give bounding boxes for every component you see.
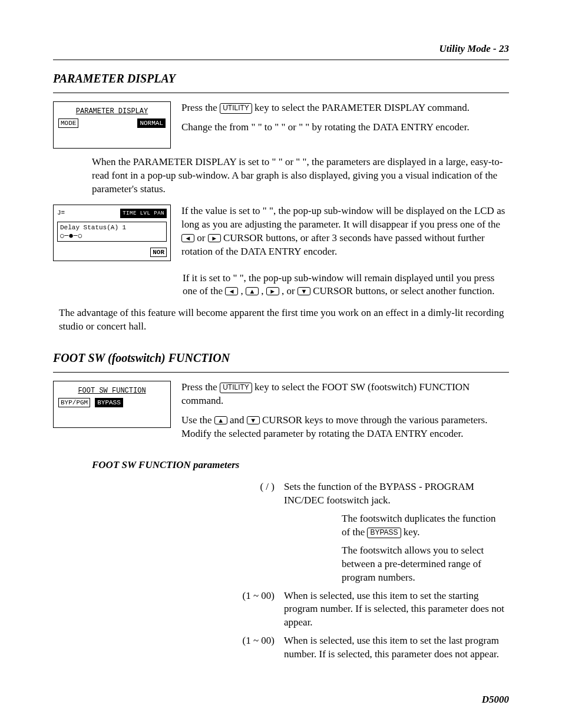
lcd-mini-top: J= TIME LVL PAN: [57, 209, 167, 218]
param-name: [92, 542, 279, 587]
param-name: (1 ~ 00): [92, 587, 279, 633]
param-desc: The footswitch allows you to select betw…: [279, 542, 509, 587]
text: , or: [282, 285, 297, 297]
param-desc: When is selected, use this item to set t…: [279, 587, 509, 633]
section-rule: [53, 372, 509, 373]
param-display-para6: The advantage of this feature will becom…: [59, 307, 509, 334]
param-name: [92, 510, 279, 542]
footsw-text1: Press the UTILITY key to select the FOOT…: [181, 381, 509, 447]
lcd-title: PARAMETER DISPLAY: [58, 107, 166, 116]
text: If the value is set to " ", the pop-up s…: [181, 205, 505, 230]
lcd-mode-row: MODE NORMAL: [58, 118, 166, 128]
lcd-footsw: FOOT SW FUNCTION BYP/PGM BYPASS: [53, 381, 171, 428]
text: Press the: [181, 102, 220, 113]
param-desc: When is selected, use this item to set t…: [279, 632, 509, 664]
bypass-keycap: BYPASS: [367, 528, 401, 538]
lcd-mode-value: NORMAL: [137, 118, 166, 128]
lcd-nor: NOR: [150, 248, 167, 257]
cursor-up-icon: ▲: [214, 416, 227, 424]
running-header: Utility Mode - 23: [53, 42, 509, 56]
lcd-title: FOOT SW FUNCTION: [58, 386, 166, 396]
utility-keycap: UTILITY: [220, 103, 252, 114]
lcd-mini-tabs: TIME LVL PAN: [120, 209, 167, 218]
text: and: [230, 414, 247, 426]
footsw-params-heading: FOOT SW FUNCTION parameters: [92, 459, 509, 472]
lcd-bottom-indicator: NOR: [57, 248, 167, 257]
text: When the PARAMETER DISPLAY is set to " "…: [92, 156, 509, 196]
section-title-footsw: FOOT SW (footswitch) FUNCTION: [53, 350, 509, 366]
text: CURSOR buttons, or select another functi…: [313, 285, 494, 297]
param-desc: The footswitch duplicates the function o…: [279, 510, 509, 542]
text: CURSOR buttons, or after 3 seconds have …: [181, 232, 485, 257]
table-row: The footswitch allows you to select betw…: [92, 542, 509, 587]
header-rule: [53, 60, 509, 60]
text: Change the from " " to " " or " " by rot…: [181, 121, 509, 134]
param-display-para5: If it is set to " ", the pop-up sub-wind…: [183, 272, 509, 299]
lcd-parameter-display: PARAMETER DISPLAY MODE NORMAL: [53, 101, 171, 149]
param-display-text2: If the value is set to " ", the pop-up s…: [181, 205, 509, 265]
text: or: [197, 232, 207, 243]
param-display-text1: Press the UTILITY key to select the PARA…: [181, 101, 509, 149]
lcd-slider: ○─●─○: [60, 232, 164, 240]
footsw-params-table: ( / ) Sets the function of the BYPASS - …: [92, 478, 509, 664]
param-display-row1: PARAMETER DISPLAY MODE NORMAL Press the …: [53, 101, 509, 149]
lcd-inner-box: Delay Status(A) 1 ○─●─○: [57, 222, 167, 242]
text: CURSOR keys to move through the various …: [181, 414, 487, 439]
utility-keycap: UTILITY: [220, 383, 252, 393]
lcd-bypass-row: BYP/PGM BYPASS: [58, 398, 166, 407]
lcd-delay-status: J= TIME LVL PAN Delay Status(A) 1 ○─●─○ …: [53, 205, 171, 261]
text: ,: [240, 285, 246, 297]
text: Use the: [181, 414, 214, 426]
section-title-parameter-display: PARAMETER DISPLAY: [53, 71, 509, 87]
text: The advantage of this feature will becom…: [59, 307, 509, 334]
table-row: (1 ~ 00) When is selected, use this item…: [92, 587, 509, 633]
cursor-up-icon: ▲: [246, 287, 259, 295]
table-row: (1 ~ 00) When is selected, use this item…: [92, 632, 509, 664]
text: Press the: [181, 381, 220, 393]
lcd-delay-line: Delay Status(A) 1: [60, 223, 164, 232]
cursor-left-icon: ◄: [181, 234, 194, 242]
text: key to select the PARAMETER DISPLAY comm…: [254, 102, 470, 113]
param-display-row2: J= TIME LVL PAN Delay Status(A) 1 ○─●─○ …: [53, 205, 509, 265]
table-row: The footswitch duplicates the function o…: [92, 510, 509, 542]
lcd-byp-pgm-label: BYP/PGM: [58, 398, 90, 407]
cursor-right-icon: ►: [266, 287, 279, 295]
footsw-row1: FOOT SW FUNCTION BYP/PGM BYPASS Press th…: [53, 381, 509, 447]
cursor-left-icon: ◄: [225, 287, 238, 295]
text: ,: [261, 285, 266, 297]
param-name: (1 ~ 00): [92, 632, 279, 664]
document-page: Utility Mode - 23 PARAMETER DISPLAY PARA…: [0, 0, 562, 728]
section-rule: [53, 93, 509, 93]
lcd-mode-label: MODE: [58, 118, 78, 128]
text: key.: [404, 526, 420, 538]
footer-model: D5000: [482, 693, 509, 707]
param-desc: Sets the function of the BYPASS - PROGRA…: [279, 478, 509, 510]
cursor-down-icon: ▼: [297, 287, 310, 295]
table-row: ( / ) Sets the function of the BYPASS - …: [92, 478, 509, 510]
cursor-down-icon: ▼: [247, 416, 260, 424]
param-display-para3: When the PARAMETER DISPLAY is set to " "…: [92, 156, 509, 196]
lcd-mini-left: J=: [57, 209, 65, 218]
lcd-bypass-value: BYPASS: [95, 398, 123, 407]
param-name: ( / ): [92, 478, 279, 510]
cursor-right-icon: ►: [208, 234, 221, 242]
